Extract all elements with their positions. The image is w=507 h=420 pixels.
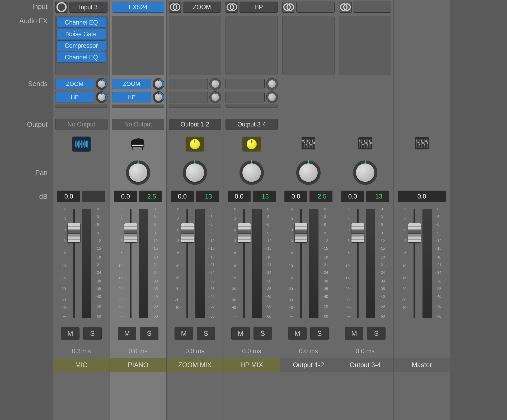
- stereo-icon[interactable]: [282, 2, 295, 13]
- output-slot[interactable]: No Output: [112, 119, 164, 130]
- send-knob[interactable]: [209, 78, 221, 90]
- db-value[interactable]: 0.0: [228, 191, 251, 202]
- send-empty-bar[interactable]: [226, 105, 278, 108]
- input-slot[interactable]: [296, 2, 335, 13]
- audio-fx-well[interactable]: [112, 16, 164, 75]
- db-value[interactable]: 0.0: [114, 191, 137, 202]
- input-slot[interactable]: HP: [240, 2, 278, 13]
- send-empty-bar[interactable]: [112, 105, 164, 108]
- send-slot-empty[interactable]: [226, 79, 265, 89]
- stereo-icon[interactable]: [339, 2, 352, 13]
- track-name[interactable]: Output 3-4: [337, 358, 393, 372]
- input-slot[interactable]: Input 3: [69, 2, 107, 13]
- db-peak[interactable]: -13: [366, 191, 389, 202]
- pan-knob[interactable]: [240, 161, 264, 185]
- fx-slot[interactable]: Channel EQ: [57, 17, 106, 28]
- fx-slot[interactable]: Channel EQ: [57, 52, 106, 63]
- pan-knob[interactable]: [183, 161, 207, 185]
- track-name[interactable]: ZOOM MIX: [167, 358, 223, 372]
- send-slot-empty[interactable]: [169, 79, 208, 89]
- send-knob[interactable]: [266, 91, 278, 103]
- send-row-empty[interactable]: [226, 78, 278, 90]
- track-name[interactable]: MIC: [53, 358, 110, 372]
- audio-fx-well[interactable]: [226, 16, 278, 75]
- mono-icon[interactable]: [55, 2, 68, 13]
- track-name[interactable]: Master: [394, 358, 450, 372]
- send-slot[interactable]: ZOOM: [112, 79, 151, 89]
- db-value[interactable]: 0.0: [171, 191, 194, 202]
- pan-knob[interactable]: [296, 161, 321, 185]
- send-knob[interactable]: [153, 78, 164, 90]
- mixer-icon[interactable]: [302, 137, 315, 151]
- stereo-icon[interactable]: [226, 2, 238, 13]
- pan-knob[interactable]: [126, 161, 150, 185]
- db-value[interactable]: 0.0: [341, 191, 364, 202]
- bus-knob-icon[interactable]: [242, 136, 261, 152]
- audio-fx-well[interactable]: [339, 16, 391, 75]
- send-empty-bar[interactable]: [169, 105, 221, 108]
- audio-fx-well[interactable]: Channel EQNoise GateCompressorChannel EQ: [55, 16, 107, 75]
- solo-button[interactable]: S: [310, 327, 329, 340]
- solo-button[interactable]: S: [367, 327, 386, 340]
- mute-button[interactable]: M: [61, 327, 79, 340]
- db-value[interactable]: 0.0: [398, 191, 446, 202]
- pan-knob[interactable]: [353, 161, 377, 185]
- send-row-empty[interactable]: [169, 91, 221, 103]
- output-slot[interactable]: Output 1-2: [169, 119, 221, 130]
- bus-knob-icon[interactable]: [185, 136, 204, 152]
- waveform-icon[interactable]: [72, 136, 91, 152]
- input-slot[interactable]: [353, 2, 391, 13]
- send-row-empty[interactable]: [169, 78, 221, 90]
- volume-fader[interactable]: [238, 209, 250, 318]
- send-knob[interactable]: [153, 91, 164, 103]
- piano-icon[interactable]: [129, 136, 148, 153]
- volume-fader[interactable]: [181, 209, 193, 318]
- db-peak[interactable]: -13: [253, 191, 276, 202]
- solo-button[interactable]: S: [83, 327, 102, 340]
- stereo-icon[interactable]: [169, 2, 181, 13]
- send-slot-empty[interactable]: [226, 92, 265, 102]
- send-slot[interactable]: HP: [55, 92, 94, 102]
- db-value[interactable]: 0.0: [57, 191, 80, 202]
- db-peak[interactable]: -2.5: [139, 191, 162, 202]
- volume-fader[interactable]: [352, 209, 364, 318]
- send-knob[interactable]: [266, 78, 278, 90]
- track-name[interactable]: HP MIX: [223, 358, 280, 372]
- output-slot[interactable]: Output 3-4: [226, 119, 278, 130]
- mute-button[interactable]: M: [345, 327, 363, 340]
- db-peak[interactable]: -13: [196, 191, 219, 202]
- track-name[interactable]: Output 1-2: [280, 358, 337, 372]
- fx-slot[interactable]: Noise Gate: [57, 29, 106, 39]
- solo-button[interactable]: S: [253, 327, 272, 340]
- send-slot[interactable]: HP: [112, 92, 151, 102]
- mixer-icon[interactable]: [415, 137, 429, 151]
- mute-button[interactable]: M: [175, 327, 193, 340]
- send-slot[interactable]: ZOOM: [55, 79, 94, 89]
- output-slot[interactable]: No Output: [55, 119, 107, 130]
- input-slot[interactable]: ZOOM: [183, 2, 221, 13]
- db-value[interactable]: 0.0: [284, 191, 307, 202]
- send-knob[interactable]: [96, 78, 107, 90]
- db-peak[interactable]: -2.5: [309, 191, 332, 202]
- mute-button[interactable]: M: [288, 327, 307, 340]
- audio-fx-well[interactable]: [169, 16, 221, 75]
- mixer-icon[interactable]: [358, 137, 372, 151]
- mute-button[interactable]: M: [231, 327, 250, 340]
- audio-fx-well[interactable]: [282, 16, 335, 75]
- send-slot-empty[interactable]: [169, 92, 208, 102]
- db-peak[interactable]: [82, 191, 105, 202]
- send-empty-bar[interactable]: [55, 105, 107, 108]
- volume-fader[interactable]: [409, 209, 420, 318]
- track-name[interactable]: PIANO: [110, 358, 166, 372]
- volume-fader[interactable]: [125, 209, 137, 318]
- volume-fader[interactable]: [295, 209, 307, 318]
- volume-fader[interactable]: [68, 209, 80, 318]
- input-slot[interactable]: EXS24: [112, 2, 164, 13]
- fx-slot[interactable]: Compressor: [57, 40, 106, 51]
- send-knob[interactable]: [96, 91, 107, 103]
- send-row-empty[interactable]: [226, 91, 278, 103]
- solo-button[interactable]: S: [140, 327, 158, 340]
- mute-button[interactable]: M: [118, 327, 136, 340]
- send-knob[interactable]: [209, 91, 221, 103]
- solo-button[interactable]: S: [197, 327, 215, 340]
